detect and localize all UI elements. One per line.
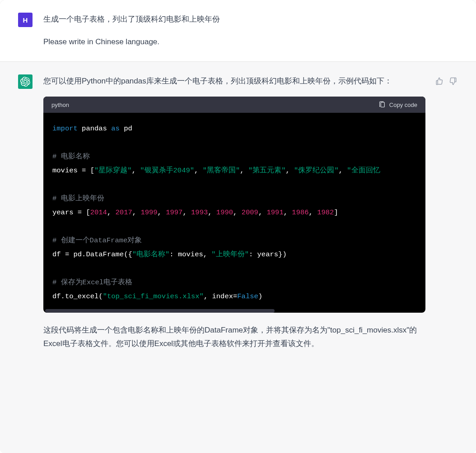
user-text-line1: 生成一个电子表格，列出了顶级科幻电影和上映年份 <box>43 13 458 26</box>
assistant-message: 您可以使用Python中的pandas库来生成一个电子表格，列出顶级科幻电影和上… <box>0 62 476 453</box>
copy-code-label: Copy code <box>389 102 417 108</box>
code-content[interactable]: import pandas as pd # 电影名称 movies = ["星际… <box>43 113 425 313</box>
code-block: python Copy code import pandas as pd # 电… <box>43 97 425 313</box>
avatar-letter: H <box>23 16 28 24</box>
user-avatar: H <box>18 13 33 27</box>
clipboard-icon <box>378 101 386 108</box>
thumbs-up-button[interactable] <box>434 76 444 86</box>
code-header: python Copy code <box>43 97 425 113</box>
thumbs-down-icon <box>449 77 457 85</box>
assistant-avatar <box>18 74 33 89</box>
user-message-content: 生成一个电子表格，列出了顶级科幻电影和上映年份 Please write in … <box>43 13 458 49</box>
code-language-label: python <box>51 102 69 108</box>
assistant-intro-text: 您可以使用Python中的pandas库来生成一个电子表格，列出顶级科幻电影和上… <box>43 74 425 88</box>
openai-logo-icon <box>20 77 30 87</box>
thumbs-up-icon <box>435 77 443 85</box>
thumbs-down-button[interactable] <box>448 76 458 86</box>
horizontal-scrollbar[interactable] <box>45 309 275 313</box>
copy-code-button[interactable]: Copy code <box>378 101 417 108</box>
feedback-buttons <box>434 76 458 351</box>
user-text-line2: Please write in Chinese language. <box>43 35 458 49</box>
user-message: H 生成一个电子表格，列出了顶级科幻电影和上映年份 Please write i… <box>0 0 476 62</box>
svg-rect-0 <box>381 102 384 107</box>
assistant-outro-text: 这段代码将生成一个包含电影名称和上映年份的DataFrame对象，并将其保存为名… <box>43 324 425 351</box>
